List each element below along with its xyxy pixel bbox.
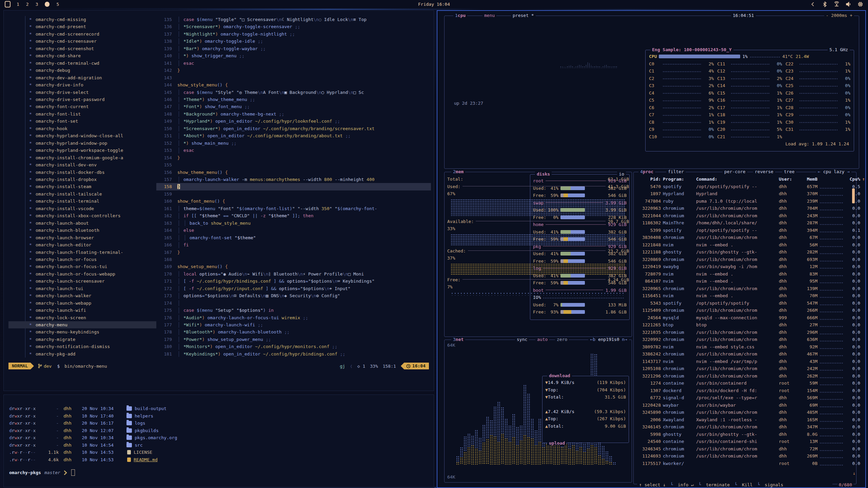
process-row[interactable]: 1221848nvimnvim --embed .dhh56M0.0 xyxy=(634,241,856,249)
io-tab[interactable]: io xyxy=(617,171,626,177)
process-row[interactable]: 5399spotify/opt/spotify/spotify --dhh394… xyxy=(634,227,856,234)
file-item[interactable]: *omarchy-hyprland-workspace-toggle xyxy=(8,147,156,154)
file-item[interactable]: *omarchy-install-docker-dbs xyxy=(8,169,156,176)
file-item[interactable]: *omarchy-launch-about xyxy=(8,220,156,227)
workspace-5[interactable]: 5 xyxy=(56,2,59,7)
file-item[interactable]: *omarchy-launch-wifi xyxy=(8,307,156,314)
process-row[interactable]: 1124693chromium/usr/lib/chromium/chromdh… xyxy=(634,452,856,460)
file-item[interactable]: *omarchy-debug xyxy=(8,67,156,74)
file-item[interactable]: *omarchy-install-xbox-controllers xyxy=(8,212,156,219)
file-item[interactable]: *omarchy-drive-select xyxy=(8,89,156,96)
file-item[interactable]: *omarchy-lock-screen xyxy=(8,314,156,321)
process-row[interactable]: 1156451nvimnvim --embed .dhh70M0.0 xyxy=(634,292,856,300)
file-item[interactable]: *omarchy-cmd-share xyxy=(8,52,156,59)
file-item[interactable]: *omarchy-hyprland-window-pop xyxy=(8,140,156,147)
process-row[interactable]: 1220428waybar/usr/bin/waybardhh69M0.0 xyxy=(634,402,856,409)
footer-button-terminate[interactable]: terminate xyxy=(706,482,730,487)
process-row[interactable]: 24540containe/usr/bin/containerd-shiroot… xyxy=(634,438,856,445)
net-tab-auto[interactable]: auto xyxy=(535,337,549,342)
workspace-1[interactable]: 1 xyxy=(17,2,19,7)
file-item[interactable]: *omarchy-launch-or-focus-tui xyxy=(8,263,156,270)
file-item[interactable]: *omarchy-cmd-missing xyxy=(8,16,156,23)
file-item[interactable]: *omarchy-launch-browser xyxy=(8,234,156,241)
tree-tab[interactable]: tree xyxy=(782,169,796,174)
process-row[interactable]: 1205108chromium/usr/lib/chromium/chromdh… xyxy=(634,365,856,372)
mem-panel-title[interactable]: 2mem xyxy=(451,169,465,174)
net-panel-title[interactable]: 3net xyxy=(451,337,465,342)
file-item[interactable]: *omarchy-hyprland-window-close-all xyxy=(8,132,156,139)
file-item[interactable]: *omarchy-cmd-screenshot xyxy=(8,45,156,52)
file-item[interactable]: *omarchy-cmd-present xyxy=(8,23,156,30)
workspace-2[interactable]: 2 xyxy=(26,2,29,7)
file-item[interactable]: *omarchy-font-current xyxy=(8,103,156,110)
mem-header[interactable]: MemB xyxy=(798,176,817,183)
process-row[interactable]: 5470spotify/opt/spotify/spotify --dhh657… xyxy=(634,183,856,190)
process-row[interactable]: 3221044chromium/usr/lib/chromium/chromdh… xyxy=(634,212,856,220)
scroll-down-icon[interactable]: ↓ xyxy=(853,471,855,476)
cpu-panel-title[interactable]: 1cpu xyxy=(453,13,467,18)
file-name[interactable]: README.md xyxy=(134,456,157,464)
bluetooth-icon[interactable] xyxy=(822,1,828,7)
process-row[interactable]: 864107nvimnvim --embed .dhh95M0.0 xyxy=(634,278,856,285)
file-item[interactable]: *omarchy-launch-floating-terminal- xyxy=(8,249,156,256)
file-item[interactable]: *omarchy-drive-info xyxy=(8,81,156,88)
file-item[interactable]: *omarchy-launch-screensaver xyxy=(8,278,156,285)
process-row[interactable]: 3220869chromium/usr/lib/chromium/chromdh… xyxy=(634,256,856,263)
file-item[interactable]: *omarchy-hook xyxy=(8,125,156,132)
preset-tab[interactable]: preset * xyxy=(511,13,536,18)
file-item[interactable]: *omarchy-migrate xyxy=(8,336,156,343)
process-row[interactable]: 1125409chromium/usr/lib/chromium/chromdh… xyxy=(634,307,856,314)
file-item[interactable]: *omarchy-dev-add-migration xyxy=(8,74,156,81)
file-item[interactable]: *omarchy-launch-editor xyxy=(8,241,156,248)
process-row[interactable]: 747804rubypuma 7.1.0 (tcp://localdhh239M… xyxy=(634,198,856,205)
program-header[interactable]: Program: xyxy=(663,176,694,183)
file-item[interactable]: *omarchy-font-list xyxy=(8,110,156,118)
code-buffer[interactable]: 135case $(menu "Toggle" "□ Screensaver\n… xyxy=(156,16,431,358)
net-tab-zero[interactable]: zero xyxy=(555,337,569,342)
menu-tab[interactable]: menu xyxy=(482,13,496,18)
per-core-tab[interactable]: per-core xyxy=(723,169,747,174)
process-row[interactable]: 728079nvimnvim --embed .dhh83M0.0 xyxy=(634,270,856,278)
user-header[interactable]: User: xyxy=(779,176,796,183)
file-item[interactable]: *omarchy-cmd-terminal-cwd xyxy=(8,60,156,67)
file-item[interactable]: *omarchy-launch-bluetooth xyxy=(8,227,156,234)
network-icon[interactable] xyxy=(834,1,840,7)
command-header[interactable]: Command: xyxy=(696,176,777,183)
process-row[interactable]: 3220965chromium/usr/lib/chromium/chromdh… xyxy=(634,285,856,292)
process-row[interactable]: 1221188ghostty/usr/bin/ghostty --gtk-dhh… xyxy=(634,248,856,256)
reverse-tab[interactable]: reverse xyxy=(753,169,775,174)
process-row[interactable]: 5998ghostty/usr/bin/ghostty --gtk-dhh8.0… xyxy=(634,431,856,438)
file-item[interactable]: *omarchy-drive-set-password xyxy=(8,96,156,103)
file-item[interactable]: *omarchy-install-vscode xyxy=(8,205,156,212)
process-row[interactable]: 1221265btopbtopdhh27M0.0 xyxy=(634,321,856,329)
process-row[interactable]: 3220992chromium/usr/lib/chromium/chromdh… xyxy=(634,336,856,343)
file-item[interactable]: *omarchy-install-chromium-google-a xyxy=(8,154,156,161)
update-interval[interactable]: - 2000ms + xyxy=(824,13,854,18)
net-tab-sync[interactable]: sync xyxy=(515,337,529,342)
disks-panel-title[interactable]: disks xyxy=(535,171,552,177)
process-row[interactable]: 1186302MainThre/home/dhh/.local/share/dh… xyxy=(634,219,856,227)
pid-header[interactable]: Pid: xyxy=(637,176,661,183)
file-tree[interactable]: *omarchy-cmd-missing*omarchy-cmd-present… xyxy=(8,16,156,358)
file-item[interactable]: *omarchy-launch-or-focus-webapp xyxy=(8,270,156,278)
sort-selector[interactable]: ← cpu lazy → xyxy=(816,169,851,174)
process-row[interactable]: 3246145chromium/usr/lib/chromium/chromdh… xyxy=(634,423,856,431)
process-row[interactable]: 1897HyprlandHyprlanddhh370M0.0 xyxy=(634,190,856,198)
filter-tab[interactable]: filter xyxy=(666,169,686,174)
file-item[interactable]: *omarchy-cmd-screensaver xyxy=(8,38,156,45)
process-row[interactable]: 3220963chromium/usr/lib/chromium/chromdh… xyxy=(634,205,856,212)
chip-icon[interactable] xyxy=(857,1,863,7)
volume-icon[interactable] xyxy=(846,1,851,7)
footer-button-info--[interactable]: info ↵ xyxy=(678,482,694,487)
shell-prompt[interactable]: omarchy-pkgs master xyxy=(9,469,75,476)
file-item[interactable]: *omarchy-menu-keybindings xyxy=(8,328,156,336)
cpu-header[interactable]: Cpu% xyxy=(845,176,860,183)
proc-scrollbar-thumb[interactable] xyxy=(852,188,855,203)
process-row[interactable]: 3809782nvimnvim --embed style.cssdhh92M0… xyxy=(634,343,856,351)
file-item[interactable]: *omarchy-font-set xyxy=(8,118,156,125)
file-item[interactable]: *omarchy-launch-or-focus xyxy=(8,256,156,263)
file-item[interactable]: *omarchy-install-tailscale xyxy=(8,190,156,198)
file-item[interactable]: *omarchy-notification-dismiss xyxy=(8,343,156,350)
process-row[interactable]: 1307dockerd/usr/bin/dockerd -H fd:root15… xyxy=(634,387,856,394)
file-item[interactable]: *omarchy-launch-tui xyxy=(8,285,156,292)
